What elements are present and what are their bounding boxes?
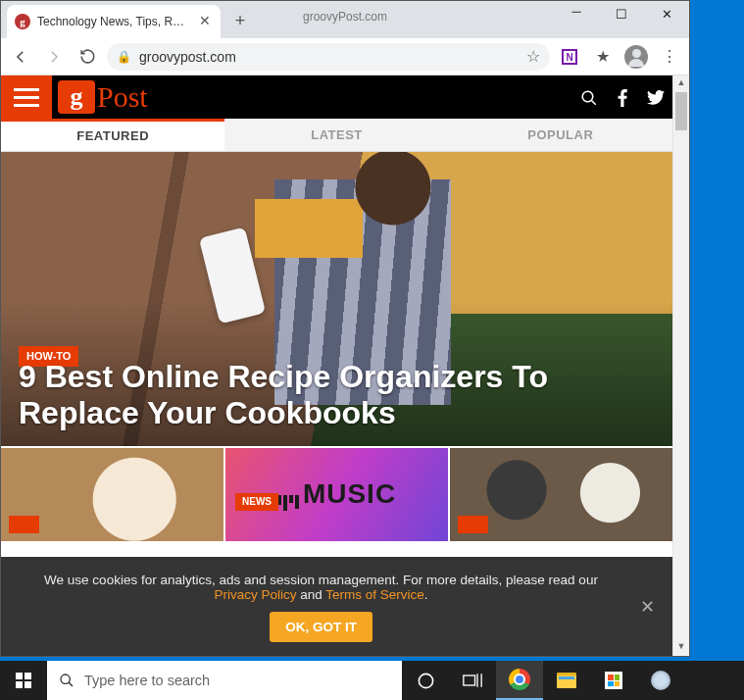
- card-category-badge: [458, 516, 488, 533]
- svg-point-1: [419, 674, 432, 687]
- tab-close-icon[interactable]: ✕: [197, 14, 213, 29]
- cookie-text: We use cookies for analytics, ads and se…: [44, 573, 598, 587]
- window-close-button[interactable]: [644, 1, 689, 30]
- browser-tab[interactable]: g Technology News, Tips, Reviews, ✕: [7, 5, 221, 38]
- scrollbar-track[interactable]: [673, 92, 689, 639]
- bookmark-star-icon[interactable]: ☆: [526, 47, 540, 66]
- snip-icon: [651, 671, 670, 690]
- taskbar-chrome-button[interactable]: [496, 661, 543, 700]
- browser-window: g Technology News, Tips, Reviews, ✕ + gr…: [0, 0, 690, 657]
- card-image-text: MUSIC: [277, 478, 396, 511]
- window-controls: [554, 1, 689, 30]
- card-category-badge: NEWS: [235, 493, 278, 511]
- chrome-menu-button[interactable]: ⋮: [656, 43, 683, 71]
- viewport: g Post FEATURED LATEST POPULAR HOW-TO 9 …: [1, 75, 689, 656]
- hero-article[interactable]: HOW-TO 9 Best Online Recipe Organizers T…: [1, 152, 672, 446]
- facebook-icon[interactable]: [606, 87, 639, 108]
- article-row: MUSIC NEWS: [1, 448, 672, 541]
- article-card-3[interactable]: [450, 448, 672, 541]
- site-header: g Post: [1, 75, 672, 119]
- search-icon[interactable]: [572, 87, 606, 108]
- taskbar-search-box[interactable]: Type here to search: [47, 661, 402, 700]
- back-button[interactable]: [7, 43, 34, 71]
- cortana-button[interactable]: [402, 661, 449, 700]
- window-maximize-button[interactable]: [599, 1, 644, 30]
- privacy-policy-link[interactable]: Privacy Policy: [214, 587, 296, 602]
- address-bar: 🔒 groovypost.com ☆ N ★ ⋮: [1, 38, 689, 75]
- tab-latest[interactable]: LATEST: [224, 119, 448, 151]
- cookie-period: .: [424, 587, 428, 602]
- favicon: g: [15, 14, 30, 29]
- omnibox[interactable]: 🔒 groovypost.com ☆: [107, 43, 550, 71]
- hero-headline: 9 Best Online Recipe Organizers To Repla…: [19, 359, 655, 433]
- cookie-dismiss-icon[interactable]: ✕: [640, 596, 655, 618]
- cookie-accept-button[interactable]: OK, GOT IT: [270, 612, 372, 642]
- scroll-up-arrow-icon[interactable]: ▲: [673, 75, 689, 92]
- taskbar-explorer-button[interactable]: [543, 661, 590, 700]
- cookie-banner: We use cookies for analytics, ads and se…: [1, 557, 672, 656]
- terms-link[interactable]: Terms of Service: [325, 587, 424, 602]
- svg-rect-2: [464, 675, 475, 685]
- scrollbar-thumb[interactable]: [675, 92, 687, 130]
- extensions-puzzle-icon[interactable]: ★: [589, 43, 617, 71]
- site-logo-text[interactable]: Post: [97, 80, 148, 114]
- article-card-2[interactable]: MUSIC NEWS: [225, 448, 448, 541]
- file-explorer-icon: [557, 673, 576, 688]
- window-minimize-button[interactable]: [554, 1, 599, 30]
- scroll-down-arrow-icon[interactable]: ▼: [673, 639, 689, 656]
- cookie-and: and: [296, 587, 325, 602]
- svg-point-0: [61, 675, 70, 683]
- lock-icon: 🔒: [117, 50, 131, 64]
- search-icon: [59, 673, 74, 688]
- task-view-button[interactable]: [449, 661, 496, 700]
- tab-bar: g Technology News, Tips, Reviews, ✕ + gr…: [1, 1, 689, 38]
- vertical-scrollbar[interactable]: ▲ ▼: [672, 75, 689, 656]
- new-tab-button[interactable]: +: [226, 8, 254, 35]
- card-category-badge: [9, 516, 39, 533]
- chrome-icon: [509, 669, 530, 690]
- url-text: groovypost.com: [139, 49, 519, 65]
- windows-taskbar: Type here to search: [0, 661, 744, 700]
- article-card-1[interactable]: [1, 448, 223, 541]
- site-logo-icon[interactable]: g: [58, 80, 95, 114]
- microsoft-store-icon: [605, 672, 622, 689]
- twitter-icon[interactable]: [639, 87, 672, 108]
- profile-avatar-icon[interactable]: [622, 43, 650, 71]
- tab-title: Technology News, Tips, Reviews,: [37, 15, 190, 28]
- windows-logo-icon: [16, 673, 31, 688]
- onenote-extension-icon[interactable]: N: [556, 43, 583, 71]
- reload-button[interactable]: [74, 43, 101, 71]
- forward-button[interactable]: [40, 43, 68, 71]
- search-placeholder: Type here to search: [84, 673, 210, 688]
- taskbar-store-button[interactable]: [590, 661, 637, 700]
- tab-hint: groovyPost.com: [303, 10, 387, 24]
- content-tabs: FEATURED LATEST POPULAR: [1, 119, 672, 152]
- tab-popular[interactable]: POPULAR: [449, 119, 672, 151]
- hamburger-menu-button[interactable]: [1, 75, 52, 119]
- start-button[interactable]: [0, 661, 47, 700]
- taskbar-snip-button[interactable]: [637, 661, 684, 700]
- tab-featured[interactable]: FEATURED: [1, 119, 224, 151]
